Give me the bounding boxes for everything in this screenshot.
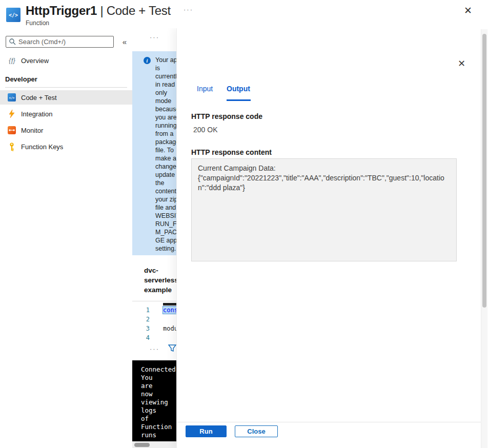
- section-divider: [5, 87, 127, 88]
- code-token-module: module: [163, 325, 176, 332]
- http-response-content: Current Campaign Data: {"campaignId":"20…: [191, 158, 457, 261]
- footer-divider: [177, 422, 481, 422]
- sidebar-item-label: Overview: [21, 57, 49, 65]
- line-number: 4: [141, 334, 150, 341]
- page-subtitle: Function: [26, 19, 49, 27]
- lightning-icon: [7, 109, 16, 118]
- blade-close-icon[interactable]: ✕: [464, 5, 472, 16]
- header-more-icon[interactable]: ···: [184, 6, 193, 13]
- sidebar-item-label: Integration: [21, 110, 52, 118]
- logs-toolbar: ···: [132, 342, 176, 358]
- sidebar-item-code-test[interactable]: </> Code + Test: [0, 90, 132, 105]
- sidebar-search[interactable]: [6, 36, 114, 48]
- divider: [132, 301, 176, 301]
- sidebar-item-label: Monitor: [21, 127, 43, 134]
- sidebar-section-developer: Developer: [5, 75, 37, 83]
- sidebar-item-label: Code + Test: [21, 94, 57, 101]
- test-run-panel: ✕ Input Output HTTP response code 200 OK…: [176, 28, 488, 448]
- sidebar-item-monitor[interactable]: Monitor: [0, 123, 132, 137]
- search-icon: [9, 38, 16, 48]
- code-test-workspace: ··· i Your app is currently in read only…: [132, 28, 176, 448]
- http-response-content-label: HTTP response content: [191, 148, 272, 156]
- logs-more-icon[interactable]: ···: [150, 345, 159, 353]
- run-button[interactable]: Run: [186, 425, 227, 437]
- http-response-code-value: 200 OK: [193, 126, 217, 134]
- log-console[interactable]: Connected! You are now viewing logs of F…: [132, 360, 176, 441]
- filter-icon[interactable]: [168, 344, 176, 354]
- sidebar: « {ƒ} Overview Developer </> Code + Test…: [0, 28, 132, 448]
- sidebar-item-function-keys[interactable]: Function Keys: [0, 139, 132, 154]
- info-icon: i: [144, 57, 151, 64]
- readonly-banner-text: Your app is currently in read only mode …: [155, 56, 176, 253]
- key-icon: [7, 142, 16, 151]
- title-separator: |: [97, 4, 107, 17]
- log-console-text: Connected! You are now viewing logs of F…: [141, 365, 176, 439]
- blade-header: </> HttpTrigger1 | Code + Test Function …: [0, 0, 488, 28]
- function-overview-icon: {ƒ}: [7, 56, 16, 65]
- code-editor[interactable]: 1 const 2 3 module 4: [132, 302, 176, 341]
- function-app-icon: </>: [6, 8, 21, 22]
- vertical-scrollbar[interactable]: [481, 29, 487, 448]
- monitor-icon: [7, 126, 16, 135]
- vertical-scrollbar-thumb[interactable]: [482, 34, 486, 308]
- code-token-const: const: [163, 307, 176, 314]
- close-button[interactable]: Close: [235, 425, 278, 437]
- function-name: HttpTrigger1: [26, 4, 97, 17]
- sidebar-item-integration[interactable]: Integration: [0, 107, 132, 121]
- code-test-icon: </>: [7, 93, 16, 102]
- search-input[interactable]: [18, 36, 112, 47]
- workspace-more-icon[interactable]: ···: [150, 33, 159, 41]
- function-app-name: dvc-serverless-example: [144, 266, 176, 295]
- collapse-sidebar-icon[interactable]: «: [119, 36, 130, 48]
- http-response-code-label: HTTP response code: [191, 112, 262, 120]
- editor-scroll-handle[interactable]: [163, 303, 176, 306]
- readonly-info-banner: i Your app is currently in read only mod…: [132, 51, 176, 255]
- panel-close-icon[interactable]: ✕: [458, 58, 465, 69]
- line-number: 3: [141, 325, 150, 332]
- page-name: Code + Test: [107, 4, 171, 17]
- horizontal-scrollbar-thumb[interactable]: [134, 443, 150, 447]
- sidebar-item-overview[interactable]: {ƒ} Overview: [0, 53, 132, 68]
- tab-output[interactable]: Output: [227, 85, 250, 93]
- tab-input[interactable]: Input: [197, 85, 213, 93]
- sidebar-item-label: Function Keys: [21, 143, 63, 151]
- line-number: 1: [141, 307, 150, 314]
- line-number: 2: [141, 316, 150, 323]
- active-tab-underline: [227, 99, 251, 101]
- horizontal-scrollbar: [132, 441, 176, 448]
- page-title: HttpTrigger1 | Code + Test: [26, 4, 171, 18]
